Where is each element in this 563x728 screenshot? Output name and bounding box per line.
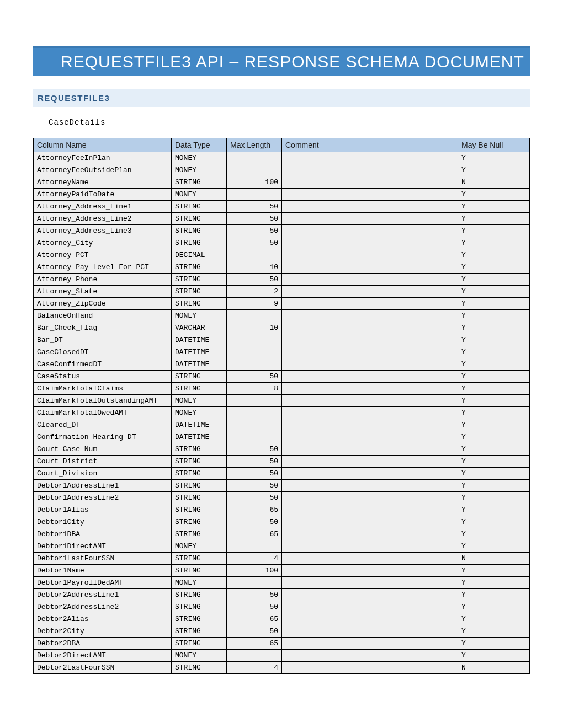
cell-comment [282,189,458,201]
cell-may-be-null: Y [458,419,530,431]
cell-data-type: STRING [172,383,227,395]
cell-comment [282,443,458,456]
cell-comment [282,395,458,407]
table-row: CaseClosedDTDATETIMEY [34,346,530,358]
cell-may-be-null: Y [458,334,530,346]
table-row: Confirmation_Hearing_DTDATETIMEY [34,431,530,443]
cell-comment [282,249,458,261]
table-row: Debtor2CitySTRING50Y [34,625,530,638]
table-row: Attorney_PhoneSTRING50Y [34,274,530,286]
cell-may-be-null: Y [458,201,530,213]
table-row: Cleared_DTDATETIMEY [34,419,530,431]
cell-data-type: STRING [172,201,227,213]
cell-column-name: Attorney_ZipCode [34,298,172,310]
cell-may-be-null: Y [458,625,530,638]
cell-max-length: 50 [227,480,282,492]
cell-data-type: STRING [172,225,227,237]
cell-data-type: MONEY [172,152,227,164]
cell-data-type: STRING [172,371,227,383]
cell-comment [282,638,458,650]
cell-data-type: MONEY [172,310,227,322]
cell-column-name: Attorney_Address_Line3 [34,225,172,237]
cell-may-be-null: Y [458,322,530,334]
cell-comment [282,286,458,298]
cell-comment [282,456,458,468]
th-max-length: Max Length [227,138,282,152]
table-row: Court_Case_NumSTRING50Y [34,443,530,456]
cell-column-name: Debtor1PayrollDedAMT [34,577,172,589]
cell-max-length: 50 [227,443,282,456]
cell-may-be-null: Y [458,407,530,419]
cell-data-type: STRING [172,504,227,516]
cell-column-name: Debtor2DirectAMT [34,650,172,662]
table-row: Attorney_Address_Line3STRING50Y [34,225,530,237]
cell-column-name: BalanceOnHand [34,310,172,322]
cell-column-name: AttorneyFeeInPlan [34,152,172,164]
cell-may-be-null: Y [458,565,530,577]
cell-max-length: 100 [227,176,282,189]
cell-max-length [227,164,282,176]
cell-comment [282,322,458,334]
cell-max-length [227,358,282,371]
cell-comment [282,650,458,662]
cell-may-be-null: Y [458,504,530,516]
table-row: Debtor1CitySTRING50Y [34,516,530,528]
table-row: Court_DistrictSTRING50Y [34,456,530,468]
cell-max-length: 10 [227,322,282,334]
cell-column-name: Attorney_City [34,237,172,249]
table-row: Attorney_PCTDECIMALY [34,249,530,261]
cell-max-length: 50 [227,225,282,237]
cell-data-type: MONEY [172,407,227,419]
cell-data-type: VARCHAR [172,322,227,334]
cell-comment [282,334,458,346]
table-row: ClaimMarkTotalOutstandingAMTMONEYY [34,395,530,407]
cell-max-length: 50 [227,625,282,638]
cell-may-be-null: Y [458,480,530,492]
cell-data-type: STRING [172,213,227,225]
cell-may-be-null: Y [458,431,530,443]
cell-column-name: Debtor2DBA [34,638,172,650]
cell-data-type: DECIMAL [172,249,227,261]
cell-may-be-null: Y [458,528,530,540]
cell-comment [282,662,458,674]
subsection-heading: CaseDetails [49,118,530,127]
cell-comment [282,346,458,358]
cell-may-be-null: Y [458,152,530,164]
cell-comment [282,407,458,419]
cell-max-length: 50 [227,589,282,601]
cell-max-length: 10 [227,261,282,274]
table-row: Bar_Check_FlagVARCHAR10Y [34,322,530,334]
cell-may-be-null: Y [458,346,530,358]
cell-max-length [227,407,282,419]
cell-data-type: MONEY [172,540,227,553]
cell-column-name: Debtor2AddressLine2 [34,601,172,613]
cell-comment [282,274,458,286]
cell-comment [282,468,458,480]
cell-max-length: 50 [227,456,282,468]
cell-data-type: STRING [172,625,227,638]
cell-column-name: Debtor2Alias [34,613,172,625]
cell-column-name: AttorneyName [34,176,172,189]
cell-may-be-null: Y [458,613,530,625]
cell-comment [282,504,458,516]
cell-may-be-null: Y [458,468,530,480]
cell-column-name: Debtor1AddressLine1 [34,480,172,492]
cell-may-be-null: Y [458,213,530,225]
table-row: Debtor1AddressLine2STRING50Y [34,492,530,504]
cell-may-be-null: N [458,176,530,189]
cell-column-name: AttorneyPaidToDate [34,189,172,201]
cell-column-name: AttorneyFeeOutsidePlan [34,164,172,176]
cell-max-length: 50 [227,516,282,528]
table-row: Debtor1DBASTRING65Y [34,528,530,540]
cell-data-type: STRING [172,516,227,528]
cell-may-be-null: Y [458,395,530,407]
table-row: Attorney_Pay_Level_For_PCTSTRING10Y [34,261,530,274]
page-title: REQUESTFILE3 API – RESPONSE SCHEMA DOCUM… [33,46,530,76]
cell-column-name: Court_Division [34,468,172,480]
cell-comment [282,298,458,310]
table-row: ClaimMarkTotalClaimsSTRING8Y [34,383,530,395]
cell-column-name: Attorney_PCT [34,249,172,261]
cell-may-be-null: Y [458,189,530,201]
cell-may-be-null: Y [458,274,530,286]
cell-comment [282,516,458,528]
